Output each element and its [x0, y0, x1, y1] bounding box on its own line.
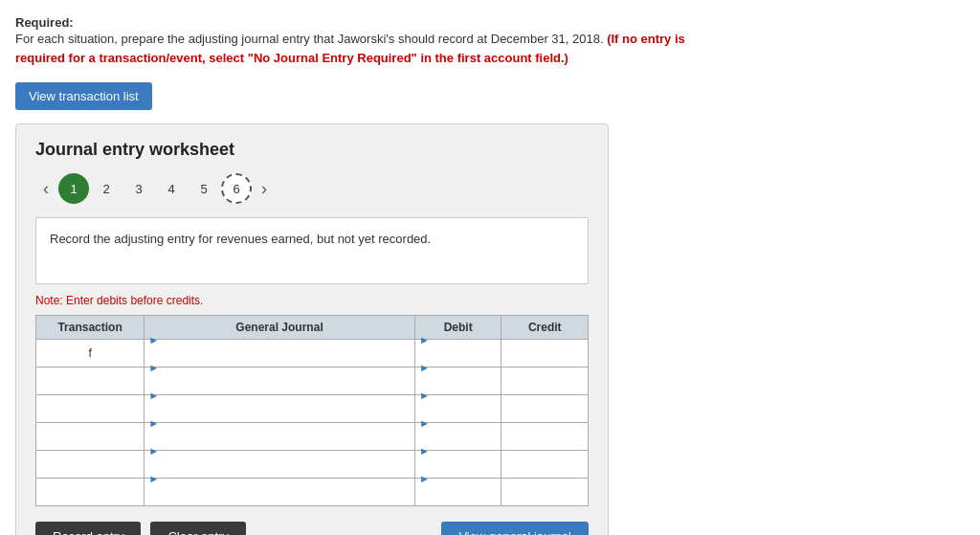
col-transaction: Transaction: [36, 316, 145, 340]
worksheet-container: Journal entry worksheet ‹ 1 2 3 4 5 6 › …: [15, 123, 609, 535]
credit-cell[interactable]: [501, 368, 589, 395]
debit-input[interactable]: [419, 346, 498, 373]
credit-cell[interactable]: [501, 340, 589, 368]
tab-next-arrow[interactable]: ›: [254, 175, 275, 203]
required-section: Required: For each situation, prepare th…: [15, 15, 685, 67]
credit-input[interactable]: [505, 340, 584, 367]
tab-navigation: ‹ 1 2 3 4 5 6 ›: [35, 173, 589, 204]
debit-input[interactable]: [419, 402, 498, 429]
button-row: Record entry Clear entry View general jo…: [35, 522, 589, 535]
tab-4[interactable]: 4: [156, 173, 187, 204]
arrow-indicator: ►: [148, 334, 159, 346]
arrow-indicator: ►: [419, 445, 430, 457]
credit-input[interactable]: [505, 479, 584, 505]
credit-input[interactable]: [505, 368, 584, 394]
credit-input[interactable]: [505, 423, 584, 450]
record-entry-button[interactable]: Record entry: [35, 522, 141, 535]
arrow-indicator: ►: [148, 473, 159, 484]
arrow-indicator: ►: [148, 390, 159, 401]
instruction-box: Record the adjusting entry for revenues …: [35, 217, 589, 284]
credit-cell[interactable]: [501, 451, 589, 479]
general-journal-input[interactable]: [148, 457, 411, 484]
clear-entry-button[interactable]: Clear entry: [150, 522, 246, 535]
required-title: Required:: [15, 15, 685, 30]
general-journal-input[interactable]: [148, 374, 411, 401]
credit-cell[interactable]: [501, 423, 589, 451]
note-text: Note: Enter debits before credits.: [35, 294, 589, 307]
arrow-indicator: ►: [419, 334, 430, 346]
tab-6[interactable]: 6: [221, 173, 252, 204]
tab-2[interactable]: 2: [91, 173, 122, 204]
transaction-cell: [36, 451, 145, 479]
required-main-text: For each situation, prepare the adjustin…: [15, 32, 604, 46]
arrow-indicator: ►: [419, 362, 430, 373]
credit-input[interactable]: [505, 395, 584, 422]
transaction-cell: [36, 395, 145, 423]
transaction-cell: [36, 423, 145, 451]
credit-cell[interactable]: [501, 479, 589, 506]
debit-input[interactable]: [419, 485, 498, 512]
view-general-journal-button[interactable]: View general journal: [441, 522, 589, 535]
transaction-cell: [36, 368, 145, 395]
arrow-indicator: ►: [148, 445, 159, 457]
tab-1[interactable]: 1: [58, 173, 89, 204]
general-cell[interactable]: ►: [145, 340, 415, 368]
transaction-cell: [36, 479, 145, 506]
arrow-indicator: ►: [148, 362, 159, 373]
debit-input[interactable]: [419, 374, 498, 401]
arrow-indicator: ►: [419, 390, 430, 401]
tab-3[interactable]: 3: [123, 173, 154, 204]
credit-cell[interactable]: [501, 395, 589, 423]
view-transaction-button[interactable]: View transaction list: [15, 82, 152, 110]
arrow-indicator: ►: [419, 417, 430, 429]
col-credit: Credit: [501, 316, 589, 340]
instruction-text: Record the adjusting entry for revenues …: [50, 232, 431, 246]
tab-5[interactable]: 5: [189, 173, 219, 204]
required-text: For each situation, prepare the adjustin…: [15, 30, 685, 67]
general-journal-input[interactable]: [148, 402, 411, 429]
arrow-indicator: ►: [419, 473, 430, 484]
general-journal-input[interactable]: [148, 346, 411, 373]
tab-prev-arrow[interactable]: ‹: [35, 175, 56, 203]
journal-table: Transaction General Journal Debit Credit…: [35, 315, 589, 506]
general-journal-input[interactable]: [148, 485, 411, 512]
debit-input[interactable]: [419, 457, 498, 484]
worksheet-title: Journal entry worksheet: [35, 140, 589, 160]
debit-input[interactable]: [419, 430, 498, 457]
general-journal-input[interactable]: [148, 430, 411, 457]
table-row: f ► ►: [36, 340, 589, 368]
transaction-cell: f: [36, 340, 145, 368]
arrow-indicator: ►: [148, 417, 159, 429]
credit-input[interactable]: [505, 451, 584, 478]
col-general-journal: General Journal: [145, 316, 415, 340]
